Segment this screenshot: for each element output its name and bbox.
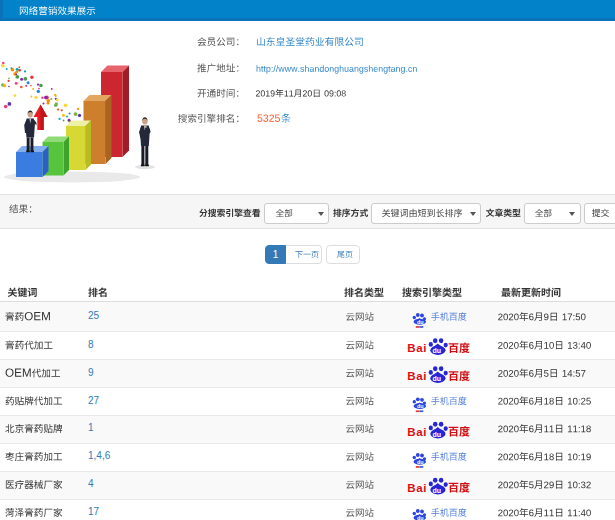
- svg-text:du: du: [417, 459, 424, 465]
- svg-text:du: du: [433, 431, 442, 438]
- svg-text:du: du: [417, 319, 424, 325]
- svg-text:Bai: Bai: [407, 482, 427, 494]
- svg-text:du: du: [433, 487, 442, 494]
- svg-text:du: du: [433, 347, 442, 354]
- svg-text:du: du: [433, 375, 442, 382]
- svg-text:Bai: Bai: [407, 370, 427, 382]
- svg-text:Bai: Bai: [407, 426, 427, 438]
- svg-text:Bai: Bai: [407, 342, 427, 354]
- svg-text:du: du: [417, 515, 424, 520]
- svg-text:du: du: [417, 403, 424, 409]
